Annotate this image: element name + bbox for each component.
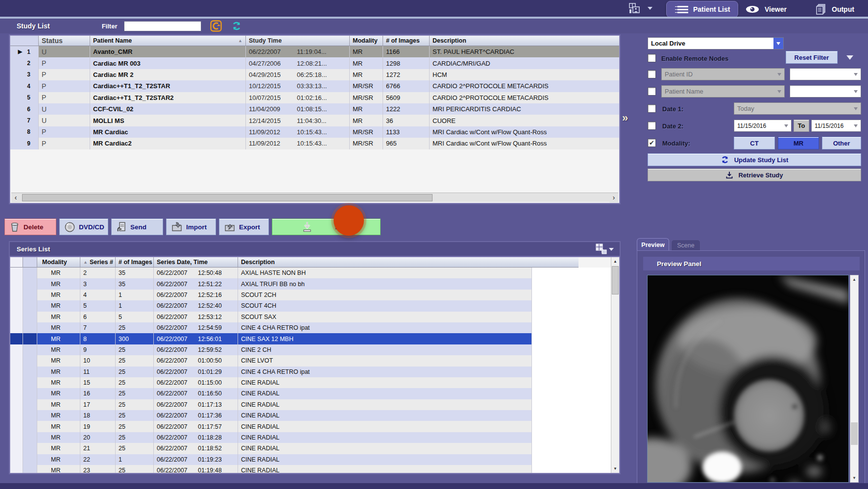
- table-row[interactable]: MR4106/22/200712:52:16SCOUT 2CH: [10, 290, 619, 300]
- date2-checkbox[interactable]: [648, 122, 656, 130]
- send-button[interactable]: Send: [111, 219, 163, 235]
- panel-expander-button[interactable]: »: [622, 112, 628, 124]
- table-row[interactable]: 9PMR Cardiac211/09/201210:15:43...MR/SR9…: [10, 138, 619, 149]
- tab-viewer[interactable]: Viewer: [737, 1, 795, 18]
- date1-dropdown[interactable]: Today: [734, 102, 861, 115]
- row-number-cell: 6: [10, 103, 39, 115]
- import-button[interactable]: Import: [166, 219, 216, 235]
- table-row[interactable]: 3PCardiac MR 204/29/201506:25:18...MR127…: [10, 69, 619, 80]
- scroll-left-icon[interactable]: ‹: [11, 193, 20, 202]
- patient-name-checkbox[interactable]: [648, 87, 656, 96]
- tab-patient-list[interactable]: Patient List: [666, 1, 738, 18]
- patient-name-value-dropdown[interactable]: [790, 85, 861, 98]
- workspace-caret-icon[interactable]: [648, 7, 652, 12]
- header-description[interactable]: Description: [430, 36, 619, 46]
- header-modality[interactable]: Modality: [350, 36, 383, 46]
- table-row[interactable]: MR172506/22/200701:17:13CINE RADIAL: [10, 399, 619, 410]
- table-row[interactable]: 4PCardiac++T1_T2_T2STAR10/12/201503:33:1…: [10, 80, 619, 92]
- scroll-up-icon[interactable]: ▲: [850, 275, 858, 284]
- scrollbar-thumb[interactable]: [851, 422, 858, 445]
- modality-mr-button[interactable]: MR: [778, 137, 819, 149]
- table-row[interactable]: 6UCCF-CVIL_0211/04/200901:08:15...MR1222…: [10, 103, 619, 115]
- table-row[interactable]: MR5106/22/200712:52:40SCOUT 4CH: [10, 300, 619, 311]
- table-row[interactable]: MR162506/22/200701:16:50CINE RADIAL: [10, 388, 619, 399]
- table-row[interactable]: MR192506/22/200701:17:57CINE RADIAL: [10, 421, 619, 432]
- dvd-cd-button[interactable]: DVD/CD: [59, 219, 108, 235]
- table-row[interactable]: MR152506/22/200701:15:00CINE RADIAL: [10, 377, 619, 388]
- study-horizontal-scrollbar[interactable]: ‹ ›: [11, 193, 618, 202]
- modality-other-button[interactable]: Other: [822, 137, 861, 149]
- series-layout-options-icon[interactable]: [594, 243, 614, 255]
- series-number-cell: 15: [80, 377, 116, 388]
- patient-name-dropdown[interactable]: Patient Name: [661, 85, 785, 98]
- series-vertical-scrollbar[interactable]: ▲ ▼: [611, 257, 619, 473]
- table-row[interactable]: MR92506/22/200712:59:52CINE 2 CH: [10, 344, 619, 355]
- table-row[interactable]: MR33506/22/200712:51:22AXIAL TRUFI BB no…: [10, 278, 619, 289]
- filter-options-caret-icon[interactable]: [846, 55, 853, 63]
- enable-remote-nodes-checkbox[interactable]: [648, 54, 656, 62]
- modality-checkbox[interactable]: ✔: [648, 139, 656, 147]
- retrieve-study-button[interactable]: Retrieve Study: [648, 169, 861, 181]
- export-button[interactable]: Export: [219, 219, 269, 235]
- patient-id-checkbox[interactable]: [648, 70, 656, 78]
- caret-down-icon: [777, 90, 781, 95]
- tab-preview[interactable]: Preview: [637, 238, 669, 251]
- update-study-list-button[interactable]: Update Study List: [648, 153, 861, 166]
- header-series-modality[interactable]: Modality: [37, 257, 80, 268]
- table-row[interactable]: MR23506/22/200712:50:48AXIAL HASTE NON B…: [10, 268, 619, 278]
- header-patient-name[interactable]: Patient Name ▲: [90, 36, 246, 46]
- scroll-down-icon[interactable]: ▼: [850, 474, 858, 482]
- table-row[interactable]: 8PMR Cardiac11/09/201210:15:43...MR/SR11…: [10, 126, 619, 138]
- header-series-description[interactable]: Description: [238, 257, 579, 268]
- table-row[interactable]: MR232506/22/200701:19:48CINE RADIAL: [10, 465, 619, 473]
- patient-id-dropdown[interactable]: Patient ID: [661, 68, 785, 80]
- table-row[interactable]: MR72506/22/200712:54:59CINE 4 CHA RETRO …: [10, 322, 619, 333]
- date2-from-dropdown[interactable]: 11/15/2016: [734, 120, 792, 132]
- table-row[interactable]: ▶1UAvanto_CMR06/22/200711:19:04...MR1166…: [10, 46, 619, 57]
- table-row[interactable]: MR102506/22/200701:00:50CINE LVOT: [10, 355, 619, 366]
- table-row[interactable]: MR22106/22/200701:19:23CINE RADIAL: [10, 454, 619, 465]
- modality-ct-button[interactable]: CT: [734, 137, 775, 149]
- table-row[interactable]: MR830006/22/200712:56:01CINE SAX 12 MBH: [10, 333, 619, 344]
- table-row[interactable]: MR6506/22/200712:53:12SCOUT SAX: [10, 312, 619, 322]
- filter-input[interactable]: [124, 21, 201, 31]
- table-row[interactable]: MR212506/22/200701:18:52CINE RADIAL: [10, 443, 619, 454]
- scroll-up-icon[interactable]: ▲: [611, 257, 619, 266]
- table-row[interactable]: MR112506/22/200701:01:29CINE 4 CHA RETRO…: [10, 367, 619, 377]
- scrollbar-thumb[interactable]: [612, 266, 619, 294]
- delete-button[interactable]: Delete: [4, 219, 56, 235]
- header-num-images[interactable]: # of Images: [383, 36, 430, 46]
- table-row[interactable]: 7UMOLLI MS12/14/201511:04:30...MR36CUORE: [10, 115, 619, 126]
- table-row[interactable]: 5PCardiac++T1_T2_T2STAR210/07/201501:02:…: [10, 92, 619, 103]
- header-series-number[interactable]: ▲ Series #: [80, 257, 116, 268]
- table-row[interactable]: 2PCardiac MR 00304/27/200612:08:21...MR1…: [10, 57, 619, 69]
- header-series-datetime[interactable]: Series Date, Time: [154, 257, 238, 268]
- source-dropdown[interactable]: Local Drive: [648, 37, 784, 49]
- load-button[interactable]: Load: [272, 219, 381, 235]
- date1-checkbox[interactable]: [648, 104, 656, 113]
- table-row[interactable]: MR182506/22/200701:17:36CINE RADIAL: [10, 410, 619, 421]
- series-preview-image[interactable]: [647, 275, 849, 483]
- tab-scene[interactable]: Scene: [671, 240, 700, 251]
- header-study-time[interactable]: Study Time: [246, 36, 350, 46]
- modality-cell: MR: [350, 57, 383, 69]
- workspace-icon[interactable]: [628, 2, 645, 15]
- header-series-images[interactable]: # of Images: [116, 257, 154, 268]
- import-folder-icon: [171, 222, 182, 232]
- scroll-down-icon[interactable]: ▼: [611, 465, 619, 473]
- scrollbar-thumb[interactable]: [22, 194, 433, 201]
- row-number-cell: 3: [10, 69, 39, 80]
- refresh-study-list-icon[interactable]: [231, 20, 242, 32]
- date2-to-dropdown[interactable]: 11/15/2016: [811, 120, 861, 132]
- table-row[interactable]: MR202506/22/200701:18:28CINE RADIAL: [10, 432, 619, 443]
- tab-output[interactable]: Output: [807, 1, 862, 18]
- header-status[interactable]: Status: [39, 36, 90, 46]
- reset-filter-button[interactable]: Reset Filter: [786, 51, 838, 64]
- modality-cell: MR: [350, 46, 383, 57]
- clear-filter-icon[interactable]: [210, 20, 222, 32]
- scroll-right-icon[interactable]: ›: [609, 193, 618, 202]
- patient-list-icon: [675, 6, 688, 13]
- patient-id-value-dropdown[interactable]: [790, 68, 861, 80]
- modality-label: Modality:: [662, 140, 690, 147]
- preview-vertical-scrollbar[interactable]: ▲ ▼: [850, 275, 859, 483]
